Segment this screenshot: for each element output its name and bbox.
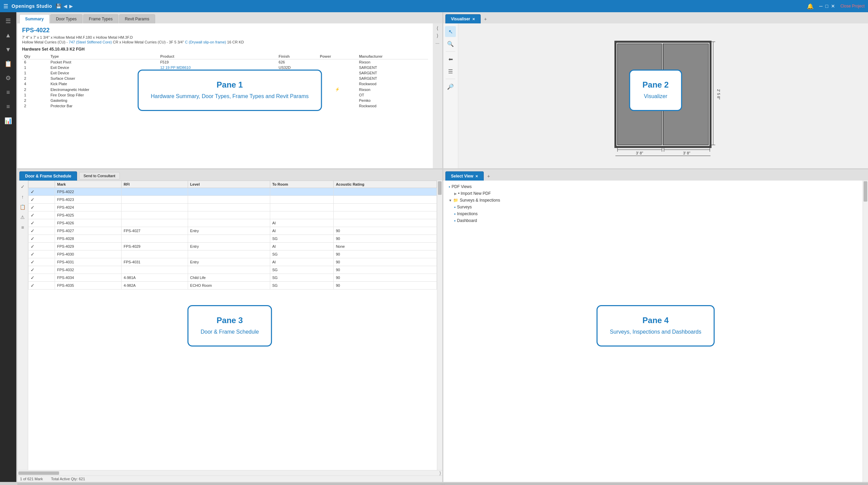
sidebar-icon-up[interactable]: ▲ <box>2 29 14 41</box>
row-check[interactable]: ✓ <box>29 188 55 196</box>
hw-product[interactable]: 998M <box>158 87 277 92</box>
horizontal-resize-handle[interactable]: · · · <box>17 483 868 485</box>
schedule-row[interactable]: ✓FPS-4030SG90 <box>29 250 437 258</box>
hw-product[interactable]: S88BL <box>158 98 277 103</box>
row-check[interactable]: ✓ <box>29 243 55 250</box>
close-project-button[interactable]: Close Project <box>841 4 865 8</box>
forward-icon[interactable]: ▶ <box>69 3 73 9</box>
schedule-row[interactable]: ✓FPS-40354-982AECHO RoomSG90 <box>29 282 437 290</box>
row-check[interactable]: ✓ <box>29 235 55 243</box>
expand-icon[interactable]: ⟩ <box>437 33 438 38</box>
list-view-icon[interactable]: ☰ <box>445 66 456 77</box>
tab-door-types[interactable]: Door Types <box>50 14 82 23</box>
sched-icon-3[interactable]: 📋 <box>18 202 27 212</box>
inspect-icon[interactable]: 🔎 <box>445 81 456 92</box>
hw-type: Exit Device <box>49 70 158 76</box>
sidebar-icon-clipboard[interactable]: 📋 <box>2 58 14 70</box>
select-tool[interactable]: ↖ <box>445 26 456 37</box>
tree-item[interactable]: ● PDF Views <box>446 183 860 190</box>
row-check[interactable]: ✓ <box>29 266 55 274</box>
tab-frame-types[interactable]: Frame Types <box>83 14 118 23</box>
tree-item[interactable]: ▶ • Import New PDF <box>446 190 860 197</box>
schedule-row[interactable]: ✓FPS-40344-981AChild LifeSG90 <box>29 274 437 282</box>
schedule-horizontal-scrollbar[interactable]: ⟩ <box>17 470 442 475</box>
row-check[interactable]: ✓ <box>29 219 55 227</box>
notification-bell-icon[interactable]: 🔔 <box>807 3 814 10</box>
schedule-row[interactable]: ✓FPS-4026AI <box>29 219 437 227</box>
hw-product[interactable]: 12 19 PP MD8610 <box>158 65 277 70</box>
hw-product[interactable]: Head <box>158 92 277 98</box>
schedule-row[interactable]: ✓FPS-4028SG90 <box>29 235 437 243</box>
row-check[interactable]: ✓ <box>29 250 55 258</box>
row-check[interactable]: ✓ <box>29 282 55 290</box>
row-check[interactable]: ✓ <box>29 196 55 204</box>
save-icon[interactable]: 💾 <box>56 3 61 9</box>
sched-icon-2[interactable]: ↑ <box>18 192 27 202</box>
visualiser-tab-close-icon[interactable]: ✕ <box>472 17 475 21</box>
hw-product[interactable]: 12 19 PR MD8610 <box>158 70 277 76</box>
sidebar-icon-settings[interactable]: ⚙ <box>2 72 14 84</box>
restore-icon[interactable]: □ <box>825 3 828 9</box>
schedule-row[interactable]: ✓FPS-4025 <box>29 211 437 219</box>
row-check[interactable]: ✓ <box>29 227 55 235</box>
door-id: FPS-4022 <box>22 27 428 34</box>
tree-item[interactable]: ▼ 📁 Surveys & Inspections <box>446 197 860 204</box>
schedule-row[interactable]: ✓FPS-4023 <box>29 196 437 204</box>
row-check[interactable]: ✓ <box>29 258 55 266</box>
pane1-right-sidebar: ⟨ ⟩ ··· <box>433 23 442 168</box>
close-icon[interactable]: ✕ <box>831 3 835 9</box>
hw-type: Surface Closer <box>49 76 158 81</box>
tree-item[interactable]: ● Surveys <box>446 204 860 210</box>
sched-icon-1[interactable]: ✓ <box>18 182 27 191</box>
sidebar-icon-chart[interactable]: 📊 <box>2 115 14 127</box>
add-pane4-tab-button[interactable]: + <box>484 172 493 180</box>
tab-revit-params[interactable]: Revit Params <box>119 14 155 23</box>
sched-icon-4[interactable]: ⚠ <box>18 212 27 222</box>
sched-icon-5[interactable]: ≡ <box>18 223 27 232</box>
schedule-row[interactable]: ✓FPS-4031FPS-4031EntryAI90 <box>29 258 437 266</box>
sidebar-icon-list2[interactable]: ≡ <box>2 100 14 113</box>
tree-item[interactable]: ● Inspections <box>446 210 860 217</box>
sidebar-icon-down[interactable]: ▼ <box>2 43 14 56</box>
row-rfi: FPS-4029 <box>122 243 188 250</box>
toolbar-separator <box>446 51 455 52</box>
collapse-icon[interactable]: ⟨ <box>437 25 438 31</box>
schedule-row[interactable]: ✓FPS-4024 <box>29 204 437 211</box>
row-mark: FPS-4032 <box>55 266 122 274</box>
row-check[interactable]: ✓ <box>29 274 55 282</box>
back-icon[interactable]: ◀ <box>63 3 67 9</box>
schedule-scrollbar-right[interactable] <box>437 181 442 470</box>
hw-manufacturer: OT <box>357 92 428 98</box>
import-icon[interactable]: ⬅ <box>445 54 456 64</box>
schedule-row[interactable]: ✓FPS-4022 <box>29 188 437 196</box>
add-tab-button[interactable]: + <box>481 15 490 23</box>
hw-product[interactable]: K1050 16" high 4BE CSK <box>158 81 277 87</box>
spec-link1[interactable]: 747 (Steel Stiffened Core) <box>69 40 112 44</box>
minimize-icon[interactable]: ─ <box>819 3 823 9</box>
tab-select-view[interactable]: Select View ✕ <box>445 171 484 181</box>
tab-door-frame-schedule[interactable]: Door & Frame Schedule <box>19 171 77 181</box>
schedule-row[interactable]: ✓FPS-4029FPS-4029EntryAINone <box>29 243 437 250</box>
select-view-tab-close-icon[interactable]: ✕ <box>475 174 478 178</box>
menu-icon[interactable]: ☰ <box>3 3 8 10</box>
tree-item[interactable]: ● Dashboard <box>446 217 860 224</box>
schedule-row[interactable]: ✓FPS-4027FPS-4027EntryAI90 <box>29 227 437 235</box>
row-check[interactable]: ✓ <box>29 204 55 211</box>
sidebar-icon-menu[interactable]: ☰ <box>2 15 14 27</box>
tab-summary[interactable]: Summary <box>19 14 50 23</box>
hardware-row: 2Protector BarSD1260Rockwood <box>22 103 428 109</box>
hw-manufacturer: Rockwood <box>357 103 428 109</box>
spec-link2[interactable]: C (Drywall slip-on frame) <box>185 40 226 44</box>
zoom-tool[interactable]: 🔍 <box>445 38 456 49</box>
hw-qty: 2 <box>22 98 49 103</box>
sidebar-icon-list[interactable]: ≡ <box>2 86 14 98</box>
hardware-row: 2Surface Closer281 OTPENSARGENT <box>22 76 428 81</box>
send-to-consultant-button[interactable]: Send to Consultant <box>79 172 120 180</box>
tab-visualiser[interactable]: Visualiser ✕ <box>445 14 481 23</box>
row-check[interactable]: ✓ <box>29 211 55 219</box>
hw-product[interactable]: 281 OTP <box>158 76 277 81</box>
schedule-row[interactable]: ✓FPS-4032SG90 <box>29 266 437 274</box>
pane4-scrollbar[interactable] <box>863 181 868 482</box>
hw-product[interactable]: SD1260 <box>158 103 277 109</box>
row-level <box>188 211 270 219</box>
